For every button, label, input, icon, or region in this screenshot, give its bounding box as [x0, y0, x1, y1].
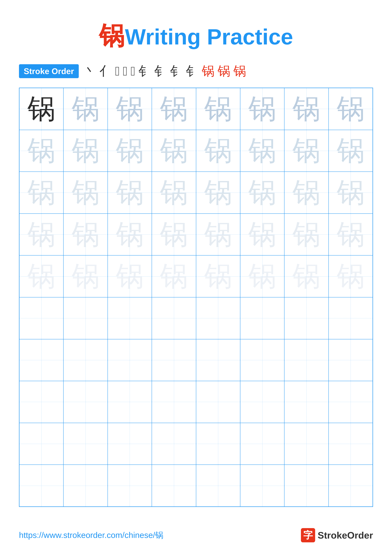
grid-cell[interactable]: 锅 [64, 214, 107, 256]
grid-cell[interactable]: 锅 [19, 255, 64, 297]
grid-cell[interactable]: 锅 [108, 255, 152, 297]
grid-cell[interactable]: 锅 [108, 130, 152, 172]
grid-cell[interactable]: 锅 [240, 214, 284, 256]
empty-cell[interactable] [328, 465, 373, 507]
grid-cell[interactable]: 锅 [196, 214, 240, 256]
grid-cell[interactable]: 锅 [64, 255, 107, 297]
empty-cell[interactable] [19, 465, 64, 507]
grid-cell[interactable]: 锅 [19, 88, 64, 130]
grid-cell[interactable]: 锅 [152, 214, 196, 256]
grid-cell[interactable]: 锅 [284, 255, 328, 297]
grid-cell[interactable]: 锅 [108, 88, 152, 130]
practice-char: 锅 [337, 216, 364, 253]
practice-char: 锅 [337, 132, 364, 169]
empty-cell[interactable] [152, 339, 196, 381]
empty-cell[interactable] [328, 339, 373, 381]
empty-cell[interactable] [240, 465, 284, 507]
grid-cell[interactable]: 锅 [64, 130, 107, 172]
grid-cell[interactable]: 锅 [328, 172, 373, 214]
grid-cell[interactable]: 锅 [152, 255, 196, 297]
grid-cell[interactable]: 锅 [328, 255, 373, 297]
grid-cell[interactable]: 锅 [240, 255, 284, 297]
stroke-12: 锅 [233, 63, 246, 80]
empty-cell[interactable] [19, 381, 64, 423]
grid-cell[interactable]: 锅 [240, 172, 284, 214]
empty-cell[interactable] [64, 423, 107, 465]
empty-cell[interactable] [284, 339, 328, 381]
empty-cell[interactable] [328, 423, 373, 465]
grid-cell[interactable]: 锅 [64, 88, 107, 130]
empty-cell[interactable] [64, 381, 107, 423]
grid-cell[interactable]: 锅 [284, 130, 328, 172]
practice-char: 锅 [72, 174, 100, 211]
empty-cell[interactable] [284, 465, 328, 507]
grid-cell[interactable]: 锅 [152, 172, 196, 214]
empty-cell[interactable] [240, 381, 284, 423]
empty-cell[interactable] [196, 381, 240, 423]
empty-cell[interactable] [284, 297, 328, 339]
grid-cell[interactable]: 锅 [196, 130, 240, 172]
practice-char: 锅 [292, 174, 320, 211]
empty-cell[interactable] [19, 297, 64, 339]
empty-cell[interactable] [19, 339, 64, 381]
empty-cell[interactable] [284, 381, 328, 423]
grid-cell[interactable]: 锅 [328, 130, 373, 172]
empty-cell[interactable] [196, 423, 240, 465]
empty-cell[interactable] [64, 339, 107, 381]
page: 锅 Writing Practice Stroke Order 丶 亻 𠂇 𠃊 … [0, 0, 392, 555]
practice-char: 锅 [116, 90, 143, 128]
practice-char: 锅 [292, 258, 320, 295]
grid-cell[interactable]: 锅 [196, 255, 240, 297]
empty-cell[interactable] [108, 465, 152, 507]
grid-cell[interactable]: 锅 [284, 172, 328, 214]
empty-cell[interactable] [328, 297, 373, 339]
empty-cell[interactable] [152, 381, 196, 423]
empty-cell[interactable] [328, 381, 373, 423]
practice-char: 锅 [337, 258, 364, 295]
empty-cell[interactable] [108, 297, 152, 339]
grid-cell[interactable]: 锅 [196, 172, 240, 214]
grid-cell[interactable]: 锅 [19, 214, 64, 256]
grid-cell[interactable]: 锅 [19, 130, 64, 172]
practice-char: 锅 [116, 258, 143, 295]
practice-char: 锅 [249, 90, 276, 128]
empty-cell[interactable] [64, 297, 107, 339]
grid-cell[interactable]: 锅 [19, 172, 64, 214]
practice-char: 锅 [337, 174, 364, 211]
practice-char: 锅 [72, 258, 100, 295]
empty-cell[interactable] [108, 339, 152, 381]
grid-cell[interactable]: 锅 [328, 214, 373, 256]
grid-cell[interactable]: 锅 [196, 88, 240, 130]
empty-cell[interactable] [64, 465, 107, 507]
stroke-sequence: 丶 亻 𠂇 𠃊 𠃎 钅 钅 钅 钅 锅 锅 锅 [84, 63, 246, 80]
grid-cell[interactable]: 锅 [108, 214, 152, 256]
stroke-4: 𠃊 [123, 64, 128, 79]
empty-cell[interactable] [108, 381, 152, 423]
grid-cell[interactable]: 锅 [328, 88, 373, 130]
empty-cell[interactable] [108, 423, 152, 465]
grid-cell[interactable]: 锅 [240, 88, 284, 130]
grid-cell[interactable]: 锅 [284, 214, 328, 256]
practice-char: 锅 [116, 216, 143, 253]
empty-cell[interactable] [152, 423, 196, 465]
empty-cell[interactable] [240, 297, 284, 339]
stroke-5: 𠃎 [131, 64, 135, 79]
grid-cell[interactable]: 锅 [152, 88, 196, 130]
empty-cell[interactable] [196, 297, 240, 339]
empty-cell[interactable] [240, 339, 284, 381]
grid-cell[interactable]: 锅 [284, 88, 328, 130]
empty-cell[interactable] [240, 423, 284, 465]
grid-cell[interactable]: 锅 [152, 130, 196, 172]
empty-cell[interactable] [19, 423, 64, 465]
empty-cell[interactable] [196, 339, 240, 381]
empty-cell[interactable] [152, 465, 196, 507]
practice-char: 锅 [292, 90, 320, 128]
practice-char: 锅 [292, 216, 320, 253]
empty-cell[interactable] [152, 297, 196, 339]
stroke-11: 锅 [218, 63, 230, 80]
empty-cell[interactable] [284, 423, 328, 465]
grid-cell[interactable]: 锅 [108, 172, 152, 214]
empty-cell[interactable] [196, 465, 240, 507]
grid-cell[interactable]: 锅 [240, 130, 284, 172]
grid-cell[interactable]: 锅 [64, 172, 107, 214]
